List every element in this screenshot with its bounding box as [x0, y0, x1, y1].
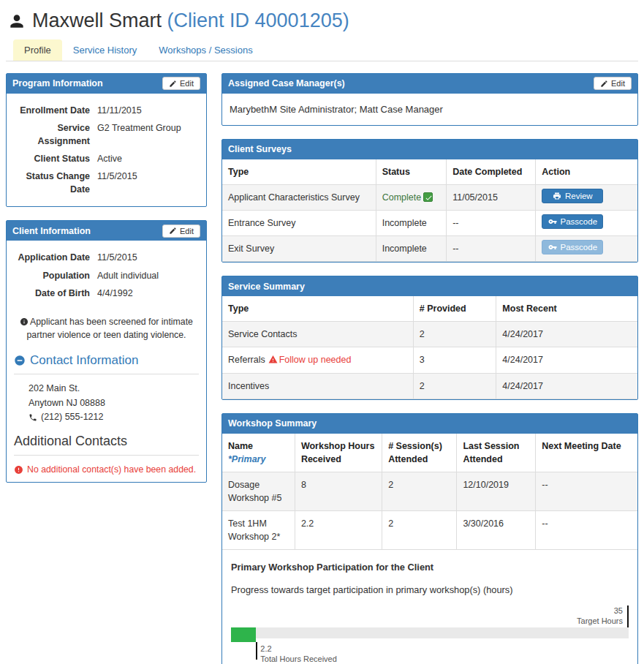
passcode-button[interactable]: Passcode [542, 214, 603, 229]
participation-meter: 35 Target Hours 2.2 Total Hours Received [231, 605, 629, 664]
service-summary-table: Type # Provided Most Recent Service Cont… [222, 296, 637, 399]
field-row: Enrollment Date 11/11/2015 [11, 104, 199, 117]
table-header-row: Name*Primary Workshop Hours Received # S… [222, 434, 637, 472]
client-surveys-header: Client Surveys [222, 140, 637, 159]
contact-section: Contact Information 202 Main St. Anytown… [7, 344, 206, 481]
phone-icon [29, 413, 37, 422]
error-circle-icon [14, 465, 23, 475]
divider [14, 455, 199, 456]
workshop-summary-table: Name*Primary Workshop Hours Received # S… [222, 434, 637, 551]
program-information-edit-button[interactable]: Edit [162, 77, 200, 90]
received-tick [256, 642, 257, 660]
contact-information-toggle[interactable]: Contact Information [14, 349, 199, 372]
participation-meter-section: Primary Workshop Participation for the C… [222, 550, 637, 664]
panel-title: Program Information [12, 78, 103, 88]
user-icon [7, 12, 26, 31]
client-information-body: Application Date 11/5/2015 Population Ad… [7, 241, 206, 309]
panel-title: Assigned Case Manager(s) [228, 78, 345, 88]
client-id: (Client ID 40001205) [167, 10, 349, 31]
info-icon [20, 317, 29, 326]
referrals-cell: ReferralsFollow up needed [222, 347, 413, 373]
field-row: Client Status Active [11, 152, 199, 165]
service-summary-panel: Service Summary Type # Provided Most Rec… [221, 276, 638, 400]
page-header: Maxwell Smart (Client ID 40001205) [6, 6, 638, 39]
pencil-icon [169, 227, 177, 235]
program-information-panel: Program Information Edit Enrollment Date… [6, 73, 207, 208]
client-information-edit-button[interactable]: Edit [162, 225, 200, 238]
pencil-icon [169, 80, 177, 88]
table-row: Incentives 2 4/24/2017 [222, 373, 637, 399]
program-information-header: Program Information Edit [7, 74, 206, 94]
no-contacts-message: No additional contact(s) have been added… [14, 463, 199, 475]
table-row: ReferralsFollow up needed 3 4/24/2017 [222, 347, 637, 373]
warning-triangle-icon [268, 355, 278, 364]
action-cell: Review [536, 184, 637, 210]
field-row: Application Date 11/5/2015 [11, 251, 199, 264]
panel-title: Workshop Summary [228, 418, 317, 429]
workshop-summary-header: Workshop Summary [222, 414, 637, 434]
phone-line: (212) 555-1212 [29, 410, 199, 424]
collapse-minus-icon [14, 355, 26, 366]
meter-fill [231, 627, 256, 642]
field-row: Service Assignment G2 Treatment Group [11, 121, 199, 148]
table-header-row: Type # Provided Most Recent [222, 296, 637, 322]
tab-bar: Profile Service History Workshops / Sess… [6, 39, 638, 61]
name-header: Name*Primary [222, 434, 295, 472]
primary-note: *Primary [228, 454, 265, 464]
received-label: Total Hours Received [260, 654, 337, 664]
action-cell: Passcode [536, 236, 637, 262]
case-managers-header: Assigned Case Manager(s) Edit [222, 74, 637, 94]
follow-up-flag: Follow up needed [268, 355, 352, 365]
table-row: Dosage Workshop #5 8 2 12/10/2019 -- [222, 472, 637, 510]
client-surveys-panel: Client Surveys Type Status Date Complete… [221, 139, 638, 263]
passcode-button-disabled[interactable]: Passcode [542, 240, 603, 254]
tab-profile[interactable]: Profile [13, 39, 62, 61]
table-row: Service Contacts 2 4/24/2017 [222, 322, 637, 347]
table-row: Test 1HM Workshop 2* 2.2 2 3/30/2016 -- [222, 511, 637, 550]
tab-service-history[interactable]: Service History [62, 39, 148, 61]
survey-status: Complete [376, 184, 447, 210]
field-row: Status Change Date 11/5/2015 [11, 170, 199, 196]
screening-note: Applicant has been screened for intimate… [7, 310, 206, 345]
target-label: Target Hours [577, 616, 623, 626]
service-summary-header: Service Summary [222, 276, 637, 296]
key-icon [548, 243, 557, 252]
key-icon [548, 217, 557, 226]
case-managers-panel: Assigned Case Manager(s) Edit MarybethM … [221, 73, 638, 126]
client-surveys-table: Type Status Date Completed Action Applic… [222, 159, 637, 263]
phone-number: (212) 555-1212 [41, 410, 103, 424]
panel-title: Client Surveys [228, 144, 292, 154]
tab-workshops-sessions[interactable]: Workshops / Sessions [148, 39, 263, 61]
client-information-header: Client Information Edit [7, 221, 206, 241]
meter-subheading: Progress towards target participation in… [231, 584, 629, 595]
action-cell: Passcode [536, 210, 637, 235]
case-managers-value: MarybethM Site Administrator; Matt Case … [222, 94, 637, 125]
client-address: 202 Main St. Anytown NJ 08888 (212) 555-… [29, 382, 199, 424]
panel-title: Service Summary [228, 282, 305, 292]
pencil-icon [600, 80, 608, 88]
client-profile-page: Maxwell Smart (Client ID 40001205) Profi… [0, 0, 644, 664]
address-line-2: Anytown NJ 08888 [29, 396, 199, 410]
table-row: Exit Survey Incomplete -- Passcode [222, 236, 637, 262]
table-row: Applicant Characteristics Survey Complet… [222, 184, 637, 210]
check-icon [423, 192, 433, 202]
meter-heading: Primary Workshop Participation for the C… [231, 562, 629, 573]
program-information-body: Enrollment Date 11/11/2015 Service Assig… [7, 94, 206, 207]
received-value: 2.2 [260, 644, 337, 654]
field-row: Population Adult individual [11, 269, 199, 282]
additional-contacts-title: Additional Contacts [14, 434, 199, 453]
field-row: Date of Birth 4/4/1992 [11, 287, 199, 300]
review-button[interactable]: Review [542, 189, 603, 203]
client-name: Maxwell Smart [32, 10, 162, 31]
case-managers-edit-button[interactable]: Edit [594, 77, 632, 90]
divider [14, 374, 199, 374]
workshop-summary-panel: Workshop Summary Name*Primary Workshop H… [221, 413, 638, 664]
client-information-panel: Client Information Edit Application Date… [6, 220, 207, 482]
print-icon [553, 192, 561, 200]
address-line-1: 202 Main St. [29, 382, 199, 396]
target-value: 35 [577, 605, 623, 616]
table-row: Entrance Survey Incomplete -- Passcode [222, 210, 637, 235]
received-labels: 2.2 Total Hours Received [260, 644, 337, 664]
table-header-row: Type Status Date Completed Action [222, 159, 637, 185]
meter-track: 2.2 Total Hours Received [231, 627, 629, 638]
